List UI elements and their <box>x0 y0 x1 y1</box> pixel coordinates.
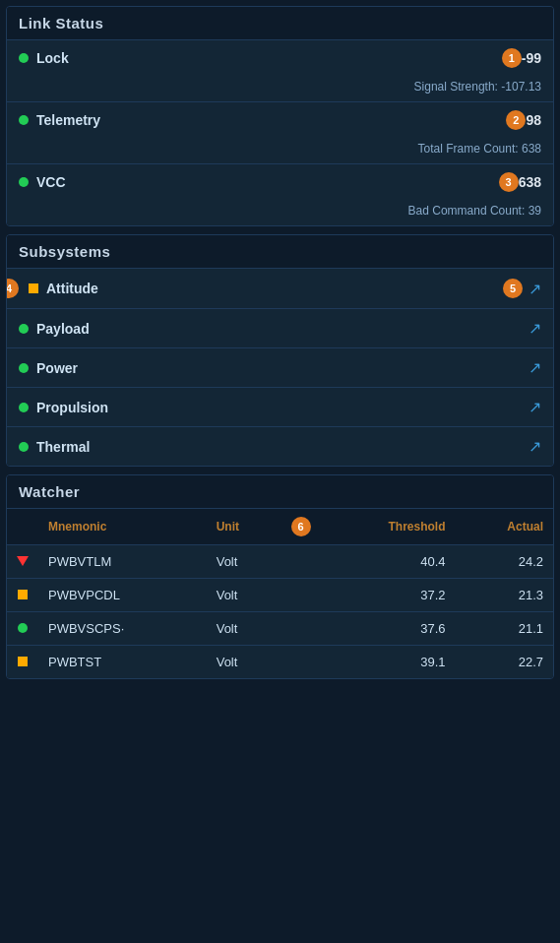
watcher-empty-0 <box>281 545 321 579</box>
tri-down-icon <box>17 556 29 566</box>
watcher-indicator-2 <box>7 612 38 646</box>
propulsion-row: Propulsion ↗ <box>7 387 553 426</box>
watcher-threshold-0: 40.4 <box>321 545 456 579</box>
lock-row: Lock 1 -99 Signal Strength: -107.13 <box>7 39 553 101</box>
watcher-threshold-2: 37.6 <box>321 612 456 646</box>
col-mnemonic-header: Mnemonic <box>38 509 207 545</box>
link-status-title: Link Status <box>7 7 553 39</box>
payload-status-dot <box>19 324 29 334</box>
col-badge-header: 6 <box>281 509 321 545</box>
lock-badge: 1 <box>502 48 522 68</box>
propulsion-label: Propulsion <box>36 400 529 415</box>
telemetry-badge: 2 <box>506 110 526 130</box>
telemetry-row-main: Telemetry 2 98 <box>7 102 553 138</box>
watcher-actual-2: 21.1 <box>456 612 553 646</box>
watcher-actual-0: 24.2 <box>456 545 553 579</box>
watcher-threshold-3: 39.1 <box>321 646 456 679</box>
watcher-row-2: PWBVSCPS·Volt37.621.1 <box>7 612 553 646</box>
watcher-table: Mnemonic Unit 6 Threshold Actual PWBVTLM… <box>7 508 553 678</box>
watcher-mnemonic-0: PWBVTLM <box>38 545 207 579</box>
watcher-header-row: Mnemonic Unit 6 Threshold Actual <box>7 509 553 545</box>
vcc-status-dot <box>19 177 29 187</box>
payload-label: Payload <box>36 321 529 337</box>
watcher-unit-2: Volt <box>207 612 281 646</box>
watcher-unit-0: Volt <box>207 545 281 579</box>
telemetry-row: Telemetry 2 98 Total Frame Count: 638 <box>7 101 553 163</box>
attitude-ext-link-icon[interactable]: ↗ <box>529 280 541 298</box>
vcc-sub-value: 39 <box>529 204 541 218</box>
power-ext-link-icon[interactable]: ↗ <box>529 358 541 377</box>
telemetry-sub: Total Frame Count: 638 <box>7 138 553 163</box>
telemetry-sub-value: 638 <box>522 142 541 156</box>
power-label: Power <box>36 360 529 376</box>
lock-value: -99 <box>522 50 541 66</box>
link-status-section: Link Status Lock 1 -99 Signal Strength: … <box>6 6 554 226</box>
vcc-badge: 3 <box>499 172 519 192</box>
telemetry-status-dot <box>19 115 29 125</box>
lock-sub: Signal Strength: -107.13 <box>7 76 553 101</box>
watcher-empty-3 <box>281 646 321 679</box>
watcher-indicator-1 <box>7 579 38 612</box>
col-unit-header: Unit <box>207 509 281 545</box>
thermal-row: Thermal ↗ <box>7 426 553 466</box>
col-actual-header: Actual <box>456 509 553 545</box>
sq-yellow-icon <box>18 657 28 666</box>
lock-status-dot <box>19 53 29 63</box>
watcher-indicator-3 <box>7 646 38 679</box>
lock-label: Lock <box>36 50 496 66</box>
watcher-mnemonic-1: PWBVPCDL <box>38 579 207 612</box>
attitude-status-dot <box>29 283 38 293</box>
lock-sub-label: Signal Strength: <box>414 80 498 94</box>
watcher-section: Watcher Mnemonic Unit 6 Threshold Actual <box>6 474 554 679</box>
watcher-indicator-0 <box>7 545 38 579</box>
watcher-unit-3: Volt <box>207 646 281 679</box>
watcher-title: Watcher <box>7 475 553 508</box>
vcc-sub: Bad Command Count: 39 <box>7 200 553 225</box>
dot-green-icon <box>18 623 28 633</box>
watcher-threshold-1: 37.2 <box>321 579 456 612</box>
power-status-dot <box>19 363 29 373</box>
badge-5: 5 <box>503 279 523 298</box>
vcc-row: VCC 3 638 Bad Command Count: 39 <box>7 163 553 225</box>
thermal-ext-link-icon[interactable]: ↗ <box>529 437 541 456</box>
propulsion-status-dot <box>19 403 29 412</box>
subsystems-section: Subsystems 4 Attitude 5 ↗ Payload ↗ Powe… <box>6 234 554 467</box>
thermal-status-dot <box>19 442 29 452</box>
telemetry-sub-label: Total Frame Count: <box>418 142 519 156</box>
watcher-row-0: PWBVTLMVolt40.424.2 <box>7 545 553 579</box>
watcher-row-3: PWBTSTVolt39.122.7 <box>7 646 553 679</box>
attitude-label: Attitude <box>46 281 497 296</box>
col-indicator-header <box>7 509 38 545</box>
watcher-badge-6: 6 <box>291 517 311 536</box>
propulsion-ext-link-icon[interactable]: ↗ <box>529 398 541 416</box>
vcc-sub-label: Bad Command Count: <box>408 204 526 218</box>
thermal-label: Thermal <box>36 439 529 455</box>
sq-yellow-icon <box>18 590 28 599</box>
telemetry-value: 98 <box>526 112 541 128</box>
watcher-mnemonic-2: PWBVSCPS· <box>38 612 207 646</box>
badge-4: 4 <box>6 279 19 298</box>
vcc-row-main: VCC 3 638 <box>7 164 553 200</box>
subsystems-title: Subsystems <box>7 235 553 268</box>
watcher-actual-1: 21.3 <box>456 579 553 612</box>
watcher-actual-3: 22.7 <box>456 646 553 679</box>
watcher-unit-1: Volt <box>207 579 281 612</box>
col-threshold-header: Threshold <box>321 509 456 545</box>
vcc-value: 638 <box>519 174 541 190</box>
lock-sub-value: -107.13 <box>501 80 541 94</box>
watcher-mnemonic-3: PWBTST <box>38 646 207 679</box>
vcc-label: VCC <box>36 174 493 190</box>
payload-ext-link-icon[interactable]: ↗ <box>529 319 541 338</box>
payload-row: Payload ↗ <box>7 308 553 347</box>
watcher-empty-1 <box>281 579 321 612</box>
watcher-row-1: PWBVPCDLVolt37.221.3 <box>7 579 553 612</box>
power-row: Power ↗ <box>7 347 553 387</box>
lock-row-main: Lock 1 -99 <box>7 40 553 76</box>
attitude-row: 4 Attitude 5 ↗ <box>7 268 553 308</box>
telemetry-label: Telemetry <box>36 112 500 128</box>
watcher-empty-2 <box>281 612 321 646</box>
